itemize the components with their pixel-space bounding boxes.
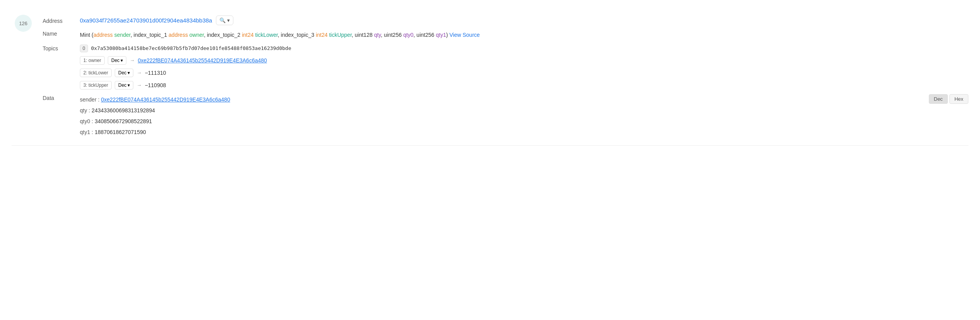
zoom-button[interactable]: 🔍 ▾ bbox=[216, 15, 233, 25]
topic-3-value: −110908 bbox=[145, 82, 166, 88]
name-label: Name bbox=[43, 30, 74, 37]
data-qty-value: 243433600698313192894 bbox=[91, 107, 155, 114]
chevron-down-icon: ▾ bbox=[227, 17, 230, 23]
chevron-down-icon: ▾ bbox=[121, 58, 123, 63]
data-sender-value[interactable]: 0xe222fBE074A436145b255442D919E4E3A6c6a4… bbox=[101, 96, 230, 103]
hex-button[interactable]: Hex bbox=[949, 94, 968, 104]
data-qty0-value: 3408506672908522891 bbox=[95, 118, 152, 124]
data-fields: sender : 0xe222fBE074A436145b255442D919E… bbox=[80, 94, 921, 138]
data-label: Data bbox=[43, 94, 74, 101]
data-field-qty: qty : 243433600698313192894 bbox=[80, 105, 921, 116]
topic-1-value[interactable]: 0xe222fBE074A436145b255442D919E4E3A6c6a4… bbox=[138, 57, 267, 64]
topic-2-badge: 2: tickLower bbox=[80, 69, 112, 77]
topics-label: Topics bbox=[43, 45, 74, 52]
topic-3-dec-button[interactable]: Dec ▾ bbox=[115, 81, 133, 89]
topic-0-badge: 0 bbox=[80, 45, 88, 52]
topic-3-arrow: → bbox=[136, 82, 141, 88]
data-field-qty1: qty1 : 18870618627071590 bbox=[80, 127, 921, 138]
topic-0-row: 0 0x7a53080ba414158be7ec69b987b5fb7d07de… bbox=[80, 45, 291, 52]
topic-0-hash: 0x7a53080ba414158be7ec69b987b5fb7d07dee1… bbox=[91, 45, 292, 51]
address-label: Address bbox=[43, 17, 74, 24]
data-field-qty0: qty0 : 3408506672908522891 bbox=[80, 116, 921, 127]
topic-1-dec-button[interactable]: Dec ▾ bbox=[108, 56, 126, 65]
zoom-icon: 🔍 bbox=[219, 17, 226, 23]
topic-2-row: 2: tickLower Dec ▾ → −111310 bbox=[80, 69, 291, 77]
topic-2-dec-button[interactable]: Dec ▾ bbox=[115, 69, 133, 77]
data-controls: Dec Hex bbox=[929, 94, 968, 104]
topic-1-arrow: → bbox=[129, 57, 135, 63]
topic-1-badge: 1: owner bbox=[80, 56, 105, 65]
topic-2-arrow: → bbox=[136, 70, 141, 76]
dec-button[interactable]: Dec bbox=[929, 94, 948, 104]
topic-3-row: 3: tickUpper Dec ▾ → −110908 bbox=[80, 81, 291, 89]
topic-2-value: −111310 bbox=[145, 70, 166, 76]
data-field-sender: sender : 0xe222fBE074A436145b255442D919E… bbox=[80, 94, 921, 105]
topics-content: 0 0x7a53080ba414158be7ec69b987b5fb7d07de… bbox=[80, 45, 291, 89]
view-source-link[interactable]: View Source bbox=[449, 32, 480, 38]
topic-1-row: 1: owner Dec ▾ → 0xe222fBE074A436145b255… bbox=[80, 56, 291, 65]
chevron-down-icon: ▾ bbox=[128, 83, 130, 88]
topic-3-badge: 3: tickUpper bbox=[80, 81, 112, 89]
name-value: Mint (address sender, index_topic_1 addr… bbox=[80, 31, 480, 40]
address-value[interactable]: 0xa9034f72655ae24703901d00f2904ea4834bb3… bbox=[80, 17, 212, 24]
data-qty1-value: 18870618627071590 bbox=[95, 129, 146, 135]
block-badge: 126 bbox=[15, 15, 32, 32]
chevron-down-icon: ▾ bbox=[128, 70, 130, 76]
